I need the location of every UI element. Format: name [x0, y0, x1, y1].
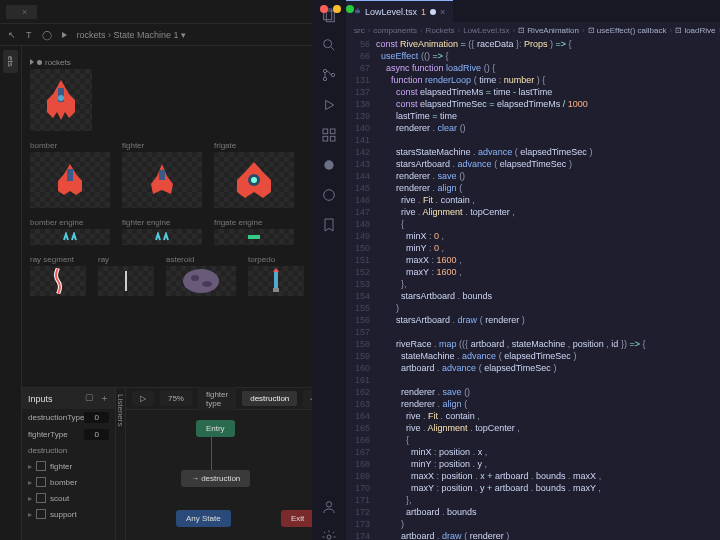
- node-entry[interactable]: Entry: [196, 420, 235, 437]
- rive-editor: × ↖ T ◯ rockets › State Machine 1 ▾ ets …: [0, 0, 312, 540]
- tab-fighter-type[interactable]: fighter type: [198, 387, 236, 411]
- sprite-label: ray: [98, 255, 154, 264]
- svg-rect-2: [67, 169, 73, 181]
- tab-destruction[interactable]: destruction: [242, 391, 297, 406]
- sprite-bomber-engine[interactable]: [30, 229, 110, 245]
- section-label: destruction: [22, 443, 115, 458]
- add-tab[interactable]: ＋: [303, 390, 312, 408]
- svg-rect-12: [273, 288, 279, 292]
- zoom-level[interactable]: 75%: [160, 391, 192, 406]
- copilot-icon[interactable]: [320, 156, 338, 174]
- svg-rect-3: [159, 170, 165, 180]
- node-destruction[interactable]: → destruction: [181, 470, 250, 487]
- node-exit[interactable]: Exit: [281, 510, 312, 527]
- sprite-frigate-engine[interactable]: [214, 229, 294, 245]
- svg-point-15: [324, 40, 332, 48]
- minimize-window-icon[interactable]: [333, 5, 341, 13]
- artboard-label: rockets: [30, 58, 304, 67]
- sprite-label: fighter: [122, 141, 202, 150]
- svg-point-16: [323, 69, 326, 72]
- settings-icon[interactable]: [320, 528, 338, 540]
- text-tool-icon[interactable]: T: [26, 30, 32, 40]
- sprite-label: frigate engine: [214, 218, 294, 227]
- sprite-label: frigate: [214, 141, 294, 150]
- sprite-main[interactable]: [30, 69, 92, 131]
- rive-file-tab[interactable]: ×: [6, 5, 37, 19]
- extensions-icon[interactable]: [320, 126, 338, 144]
- layer-scout[interactable]: ▸scout: [22, 490, 115, 506]
- rive-sidebar: ets: [0, 46, 22, 540]
- sidebar-pill[interactable]: ets: [3, 50, 18, 73]
- svg-point-25: [326, 502, 331, 507]
- sprite-label: fighter engine: [122, 218, 202, 227]
- vscode-window: ⚛ LowLevel.tsx 1 × src›components›Rocket…: [312, 0, 720, 540]
- svg-point-1: [58, 95, 64, 101]
- account-icon[interactable]: [320, 498, 338, 516]
- sprite-bomber[interactable]: [30, 152, 110, 208]
- pointer-tool-icon[interactable]: ↖: [8, 30, 16, 40]
- close-window-icon[interactable]: [320, 5, 328, 13]
- input-fighterType[interactable]: fighterType0: [22, 426, 115, 443]
- close-tab-icon[interactable]: ×: [440, 7, 445, 17]
- rive-toolbar: ↖ T ◯ rockets › State Machine 1 ▾: [0, 24, 312, 46]
- search-icon[interactable]: [320, 36, 338, 54]
- source-control-icon[interactable]: [320, 66, 338, 84]
- svg-rect-7: [125, 271, 127, 291]
- tab-lowlevel[interactable]: ⚛ LowLevel.tsx 1 ×: [346, 0, 453, 22]
- svg-rect-6: [248, 235, 260, 239]
- sprite-fighter-engine[interactable]: [122, 229, 202, 245]
- input-destructionType[interactable]: destructionType0: [22, 409, 115, 426]
- breadcrumb[interactable]: src›components›Rockets›LowLevel.tsx›⊡ Ri…: [346, 22, 720, 38]
- rive-titlebar: ×: [0, 0, 312, 24]
- svg-point-8: [183, 269, 219, 293]
- svg-point-26: [327, 535, 331, 539]
- remote-icon[interactable]: [320, 186, 338, 204]
- maximize-window-icon[interactable]: [346, 5, 354, 13]
- layer-support[interactable]: ▸support: [22, 506, 115, 522]
- debug-icon[interactable]: [320, 96, 338, 114]
- node-any-state[interactable]: Any State: [176, 510, 231, 527]
- inputs-panel: Inputs ▢＋ destructionType0fighterType0 d…: [22, 388, 116, 540]
- graph-play[interactable]: ▷: [132, 391, 154, 406]
- svg-point-23: [324, 160, 333, 169]
- sprite-ray[interactable]: [98, 266, 154, 296]
- code-editor[interactable]: 5666671311371381391401411421431441451461…: [346, 38, 720, 540]
- sprite-label: ray segment: [30, 255, 86, 264]
- close-icon[interactable]: ×: [22, 7, 27, 17]
- activity-bar: [312, 0, 346, 540]
- layer-bomber[interactable]: ▸bomber: [22, 474, 115, 490]
- svg-rect-22: [330, 136, 335, 141]
- svg-point-17: [323, 77, 326, 80]
- bookmark-icon[interactable]: [320, 216, 338, 234]
- sprite-label: bomber engine: [30, 218, 110, 227]
- svg-rect-21: [323, 136, 328, 141]
- svg-rect-19: [323, 129, 328, 134]
- sprite-asteroid[interactable]: [166, 266, 236, 296]
- sprite-frigate[interactable]: [214, 152, 294, 208]
- rive-canvas[interactable]: rockets bomberfighterfrigate bomber engi…: [22, 46, 312, 540]
- svg-point-9: [191, 275, 199, 281]
- sprite-label: bomber: [30, 141, 110, 150]
- react-file-icon: ⚛: [354, 7, 361, 16]
- sprite-fighter[interactable]: [122, 152, 202, 208]
- svg-rect-20: [330, 129, 335, 134]
- svg-point-10: [202, 281, 212, 287]
- svg-point-5: [251, 177, 257, 183]
- svg-point-18: [331, 73, 334, 76]
- sprite-torpedo[interactable]: [248, 266, 304, 296]
- sprite-ray-segment[interactable]: [30, 266, 86, 296]
- layer-fighter[interactable]: ▸fighter: [22, 458, 115, 474]
- svg-point-24: [324, 190, 335, 201]
- editor-tabs: ⚛ LowLevel.tsx 1 ×: [346, 0, 720, 22]
- add-icon[interactable]: ＋: [100, 392, 109, 405]
- play-icon[interactable]: [62, 32, 67, 38]
- copy-icon[interactable]: ▢: [85, 392, 94, 405]
- state-machine-panel: Inputs ▢＋ destructionType0fighterType0 d…: [22, 387, 312, 540]
- artboard-breadcrumb[interactable]: rockets › State Machine 1 ▾: [77, 30, 187, 40]
- state-graph[interactable]: ▷ 75% fighter type destruction ＋ Entry →…: [126, 388, 312, 540]
- editor-group: ⚛ LowLevel.tsx 1 × src›components›Rocket…: [346, 0, 720, 540]
- listeners-tab[interactable]: Listeners: [116, 388, 125, 426]
- shape-tool-icon[interactable]: ◯: [42, 30, 52, 40]
- sprite-label: torpedo: [248, 255, 304, 264]
- window-controls[interactable]: [320, 5, 354, 13]
